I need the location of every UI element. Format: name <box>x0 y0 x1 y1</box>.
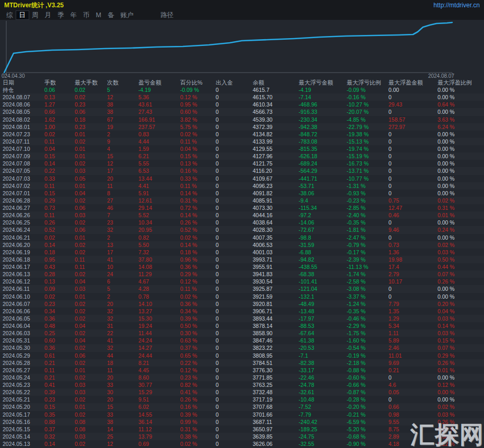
table-row[interactable]: 2024.07.010.150.0485.910.14 %04091.82-38… <box>0 190 484 197</box>
column-header[interactable]: 手数 <box>44 79 75 86</box>
table-row[interactable]: 2024.06.270.730.064629.140.72 %04073.30-… <box>0 204 484 211</box>
cell: 0.31 % <box>438 204 484 211</box>
cell: 14.55 <box>138 411 180 418</box>
column-header[interactable]: 百分比% <box>180 79 216 86</box>
menu-item-币[interactable]: 币 <box>80 11 93 19</box>
table-row[interactable]: 2024.05.270.110.01114.450.12 %03776.30-3… <box>0 367 484 374</box>
column-header[interactable]: 日期 <box>3 79 44 86</box>
table-row[interactable]: 2024.06.190.180.02177.320.18 %04001.03-6… <box>0 249 484 256</box>
column-header[interactable]: 最大浮盈比例 <box>438 79 484 86</box>
cell: 4044.16 <box>253 211 299 219</box>
table-row[interactable]: 2024.05.310.600.044124.240.63 %03847.46-… <box>0 337 484 344</box>
table-row[interactable]: 2024.08.070.130.02125.360.12 %04615.70-7… <box>0 93 484 101</box>
column-header[interactable]: 最大浮亏金额 <box>299 79 347 86</box>
column-header[interactable]: 出入金 <box>216 79 253 86</box>
table-row[interactable]: 2024.06.210.020.0120.820.02 %04007.35-98… <box>0 234 484 241</box>
column-header[interactable]: 余额 <box>253 79 299 86</box>
table-row[interactable]: 2024.05.170.350.023314.550.39 %03701.66-… <box>0 411 484 418</box>
cell: 3763.25 <box>253 381 299 388</box>
table-row[interactable]: 2024.05.160.880.083836.140.99 %03687.11-… <box>0 418 484 426</box>
table-row[interactable]: 2024.07.030.330.052013.440.33 %04109.67-… <box>0 175 484 182</box>
site-url-link[interactable]: http://mtdriver.cn <box>433 2 480 9</box>
cell: -0.88 % <box>347 367 388 374</box>
table-row[interactable]: 2024.06.120.130.0464.670.12 %03930.54-10… <box>0 278 484 285</box>
table-row[interactable]: 2024.06.280.290.022712.610.31 %04085.91-… <box>0 197 484 204</box>
cell: 2024.05.31 <box>3 337 44 344</box>
table-row[interactable]: 2024.06.110.090.0354.280.11 %03925.87-12… <box>0 285 484 292</box>
table-row[interactable]: 2024.07.090.150.01156.210.15 %04127.96-6… <box>0 152 484 160</box>
cell: -783.08 <box>299 138 347 145</box>
column-header[interactable]: 最大手数 <box>75 79 107 86</box>
path-label[interactable]: 路径 <box>160 11 173 20</box>
table-row[interactable]: 2024.06.240.520.063220.950.52 %04028.30-… <box>0 226 484 233</box>
table-row[interactable]: 2024.07.050.220.03176.530.16 %04116.20-5… <box>0 167 484 174</box>
menu-item-年[interactable]: 年 <box>67 11 80 19</box>
cell: 0.01 % <box>438 211 484 219</box>
table-row[interactable]: 2024.05.210.230.02209.510.26 %03717.19-1… <box>0 396 484 403</box>
cell: 37.80 <box>138 256 180 263</box>
cell: 4372.39 <box>253 123 299 131</box>
cell: 0.63 % <box>180 337 216 344</box>
table-row[interactable]: 2024.06.170.430.111014.080.36 %03955.91-… <box>0 263 484 270</box>
cell: 2024.05.17 <box>3 411 44 418</box>
table-row[interactable]: 2024.06.060.340.023213.270.34 %03906.71-… <box>0 308 484 315</box>
cell: 3858.90 <box>253 329 299 337</box>
table-row[interactable]: 2024.06.260.110.0375.520.14 %04044.16-97… <box>0 211 484 219</box>
table-row[interactable]: 2024.07.080.140.02125.550.13 %04121.75-6… <box>0 160 484 167</box>
table-row[interactable]: 2024.05.290.610.064424.440.65 %03808.95-… <box>0 352 484 359</box>
table-row[interactable]: 2024.07.100.040.0141.590.04 %04129.55-81… <box>0 145 484 152</box>
menu-item-综[interactable]: 综 <box>3 11 16 19</box>
table-row[interactable]: 2024.06.030.250.022211.440.30 %03858.90-… <box>0 329 484 337</box>
column-header[interactable]: 最大浮盈金额 <box>388 79 438 86</box>
table-row[interactable]: 2024.05.130.140.02120.690.02 %03626.06-3… <box>0 440 484 447</box>
table-row[interactable]: 2024.06.250.260.022310.340.26 %04038.64-… <box>0 219 484 226</box>
menu-item-账户[interactable]: 账户 <box>117 11 136 19</box>
table-row[interactable]: 2024.05.300.360.023214.270.37 %03823.22-… <box>0 344 484 351</box>
menu-item-季[interactable]: 季 <box>54 11 67 19</box>
table-row[interactable]: 2024.06.180.950.114137.800.96 %03993.71-… <box>0 256 484 263</box>
table-row[interactable]: 2024.08.061.270.233843.610.95 %04610.34-… <box>0 101 484 108</box>
cell: 0 <box>388 182 438 190</box>
table-row[interactable]: 2024.05.280.210.02188.210.22 %03784.51-8… <box>0 359 484 367</box>
menu-item-备[interactable]: 备 <box>104 11 117 19</box>
cell: -98.8 <box>299 234 347 241</box>
table-row[interactable]: 2024.06.040.480.043119.240.50 %03878.14-… <box>0 322 484 329</box>
table-row[interactable]: 2024.06.050.360.023215.300.39 %03893.44-… <box>0 315 484 322</box>
cell: -0.35 % <box>347 308 388 315</box>
table-row[interactable]: 2024.05.150.370.081411.120.31 %03650.97-… <box>0 426 484 433</box>
cell: 0 <box>216 367 253 374</box>
table-row[interactable]: 2024.08.011.000.2319237.575.75 %04372.39… <box>0 123 484 131</box>
menu-item-M[interactable]: M <box>93 11 104 19</box>
menu-item-周[interactable]: 周 <box>29 11 42 19</box>
cell: 0.00 % <box>438 190 484 197</box>
table-row[interactable]: 2024.06.100.020.0120.780.02 %03921.59-13… <box>0 293 484 300</box>
table-row[interactable]: 2024.06.200.140.02135.500.14 %04006.53-3… <box>0 241 484 249</box>
column-header[interactable]: 次数 <box>107 79 138 86</box>
table-row[interactable]: 2024.06.130.280.022411.290.29 %03941.83-… <box>0 270 484 278</box>
table-row[interactable]: 持仓0.060.025-4.19-0.09 %04615.7-4.19-0.09… <box>0 86 484 93</box>
cell: 0.82 % <box>180 381 216 388</box>
table-row[interactable]: 2024.05.140.320.032513.790.38 %03639.85-… <box>0 433 484 440</box>
table-row[interactable]: 2024.05.200.150.01156.020.16 %03707.68-7… <box>0 403 484 410</box>
cell: 1.11 <box>388 329 438 337</box>
table-row[interactable]: 2024.07.230.020.0120.830.02 %04134.82-84… <box>0 131 484 138</box>
cell: 0.69 <box>138 440 180 447</box>
table-row[interactable]: 2024.05.230.410.033330.770.82 %03763.25-… <box>0 381 484 388</box>
column-header[interactable]: 盈亏金额 <box>138 79 180 86</box>
cell: 4.41 <box>138 182 180 190</box>
cell: 0 <box>216 241 253 249</box>
cell: 27 <box>107 197 138 204</box>
menu-item-月[interactable]: 月 <box>42 11 55 19</box>
table-row[interactable]: 2024.07.020.110.01114.410.11 %04096.23-5… <box>0 182 484 190</box>
table-row[interactable]: 2024.08.021.620.1867166.913.82 %04539.30… <box>0 116 484 123</box>
table-row[interactable]: 2024.08.050.660.063827.430.60 %04566.73-… <box>0 108 484 115</box>
table-row[interactable]: 2024.06.070.230.022014.100.36 %03920.81-… <box>0 300 484 308</box>
table-row[interactable]: 2024.05.220.390.033015.290.41 %03732.48-… <box>0 388 484 396</box>
table-row[interactable]: 2024.05.240.210.02208.600.23 %03771.85-2… <box>0 374 484 381</box>
cell: 24.44 <box>138 352 180 359</box>
cell: 3847.46 <box>253 337 299 344</box>
column-header[interactable]: 最大浮亏比例 <box>347 79 388 86</box>
menu-item-日[interactable]: 日 <box>16 11 29 19</box>
cell: 0.01 <box>75 234 107 241</box>
table-row[interactable]: 2024.07.110.110.0294.440.11 %04133.99-78… <box>0 138 484 145</box>
